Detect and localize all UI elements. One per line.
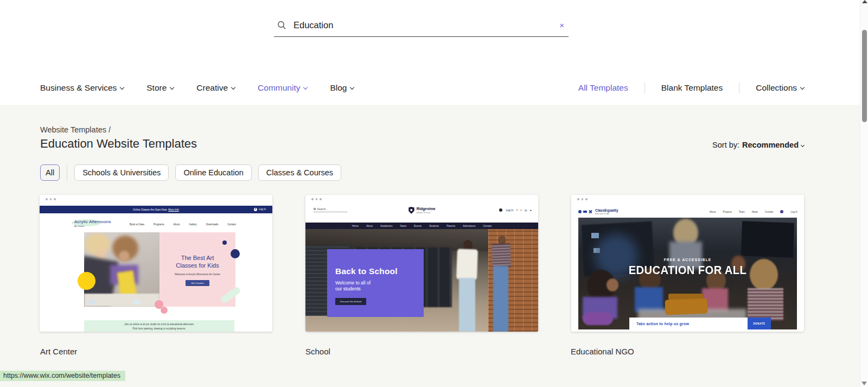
preview-nav: About Projects Team News Contact Log In: [710, 210, 797, 213]
preview-banner: Join us online or at our studio for a fu…: [84, 320, 234, 332]
nav-collections[interactable]: Collections: [756, 83, 804, 93]
nav-business-services[interactable]: Business & Services: [40, 83, 124, 93]
chevron-down-icon: [120, 85, 124, 90]
template-card-art-center[interactable]: Online Classes Are Open Now. More Info L…: [40, 195, 272, 332]
template-name-school[interactable]: School: [305, 347, 330, 356]
chevron-down-icon: [801, 143, 805, 147]
filter-chips: All Schools & Universities Online Educat…: [40, 164, 348, 181]
nav-all-templates[interactable]: All Templates: [578, 83, 628, 93]
hero-subtitle: Welcome to Acrylic Afternoons Art Center: [159, 273, 235, 276]
youtube-icon: ▸: [530, 208, 532, 212]
shield-logo-icon: [409, 207, 414, 214]
templates-page: × Business & Services Store Creative Com…: [0, 0, 868, 387]
breadcrumb[interactable]: Website Templates /: [40, 125, 111, 134]
hero-title: EDUCATION FOR ALL: [587, 263, 788, 277]
nav-blog[interactable]: Blog: [330, 83, 354, 93]
photo-student-shirt: [456, 249, 478, 280]
hero-title: The Best Art Classes for Kids: [159, 254, 235, 269]
preview-logo: Ridgeview Middle School: [409, 207, 436, 214]
hero-subtitle: Welcome to all of our students: [335, 280, 424, 292]
instagram-icon: ◎: [525, 208, 527, 212]
template-card-educational-ngo[interactable]: ClassEquality Education for All About Pr…: [571, 195, 804, 332]
search-icon: [277, 21, 286, 30]
preview-hero: Back to School Welcome to all of our stu…: [305, 229, 538, 332]
chevron-down-icon: [350, 85, 354, 90]
clear-search-icon[interactable]: ×: [559, 21, 564, 29]
template-name-educational-ngo[interactable]: Educational NGO: [571, 347, 634, 356]
chevron-down-icon: [231, 85, 235, 90]
donate-button: DONATE: [748, 318, 771, 329]
search-bar: ×: [274, 14, 569, 37]
search-icon: [314, 208, 316, 210]
logo-x-icon: [589, 210, 592, 214]
photo-student-jeans: [493, 266, 508, 332]
browser-dots-icon: [311, 198, 322, 200]
avatar-icon: [254, 208, 257, 211]
photo-student-jeans: [459, 278, 475, 332]
preview-nav: HomeAbout AcademicsNews EventsStudents P…: [305, 223, 538, 229]
templates-nav: All Templates Blank Templates Collection…: [578, 83, 804, 93]
preview-hero: The Best Art Classes for Kids Welcome to…: [84, 232, 235, 307]
scroll-down-icon[interactable]: [861, 382, 867, 385]
preview-search: Search...: [314, 207, 347, 212]
filter-chip-online-education[interactable]: Online Education: [175, 164, 251, 181]
preview-cta-button: Get Creative: [186, 280, 209, 286]
nav-community[interactable]: Community: [258, 83, 307, 93]
browser-dots-icon: [46, 198, 56, 200]
filter-chip-all[interactable]: All: [40, 164, 60, 181]
preview-login: Log In: [254, 208, 266, 211]
scroll-up-icon[interactable]: [862, 0, 867, 3]
chevron-down-icon: [800, 85, 805, 90]
photo-student-top: [492, 243, 510, 267]
preview-logo: Acrylic Afternoons Art Center: [74, 219, 111, 227]
vertical-scrollbar[interactable]: [860, 0, 868, 387]
nav-creative[interactable]: Creative: [196, 83, 235, 93]
decor-yellow-circle: [78, 272, 95, 290]
facebook-icon: f: [516, 208, 517, 212]
divider: [644, 83, 645, 93]
photo-blob: [119, 251, 130, 262]
photo-blob: [133, 300, 141, 304]
photo-blob: [90, 300, 95, 304]
preview-nav: Book a Class Programs About Gallery Down…: [130, 223, 236, 226]
template-grid: Online Classes Are Open Now. More Info L…: [40, 195, 804, 332]
photo-blob: [84, 294, 159, 307]
main-navigation: Business & Services Store Creative Commu…: [40, 80, 804, 96]
avatar-icon: [780, 210, 783, 213]
template-card-school[interactable]: Search... Ridgeview Middle School Log In…: [305, 195, 538, 332]
hero-panel: Back to School Welcome to all of our stu…: [327, 249, 424, 317]
filter-chip-schools-universities[interactable]: Schools & Universities: [74, 164, 169, 181]
hero-title: Back to School: [335, 267, 424, 276]
decor-navy-dot: [231, 249, 240, 258]
preview-announcement-bar: Online Classes Are Open Now. More Info L…: [40, 206, 272, 213]
search-input[interactable]: [293, 20, 559, 30]
preview-logo: ClassEquality Education for All: [578, 208, 618, 215]
preview-header-right: Log In f t ◎ ▸: [499, 208, 532, 212]
preview-cta-button: Discover the School: [335, 298, 366, 305]
divider: [739, 83, 739, 93]
preview-hero: FREE & ACCESSIBLE EDUCATION FOR ALL Take…: [578, 218, 797, 329]
chevron-down-icon: [303, 85, 308, 90]
decor-pink-blob: [161, 307, 168, 314]
filter-chip-classes-courses[interactable]: Classes & Courses: [258, 164, 341, 181]
nav-store[interactable]: Store: [146, 83, 174, 93]
logo-equals-icon: [583, 210, 587, 213]
hero-kicker: FREE & ACCESSIBLE: [578, 258, 797, 262]
status-bar-url: https://www.wix.com/website/templates: [0, 371, 125, 381]
hero-photo: [84, 232, 159, 307]
avatar-icon: [499, 208, 502, 212]
divider: [67, 164, 67, 181]
twitter-icon: t: [521, 208, 521, 212]
page-title: Education Website Templates: [40, 137, 197, 151]
nav-blank-templates[interactable]: Blank Templates: [661, 83, 723, 93]
browser-dots-icon: [577, 198, 588, 200]
logo-circle-icon: [578, 210, 582, 213]
decor-navy-dot: [222, 240, 227, 245]
chevron-down-icon: [170, 85, 174, 90]
template-name-art-center[interactable]: Art Center: [40, 347, 77, 356]
sort-dropdown[interactable]: Sort by: Recommended: [712, 141, 804, 149]
category-nav: Business & Services Store Creative Commu…: [40, 83, 354, 93]
preview-banner: Take action to help us grow DONATE: [629, 318, 771, 329]
preview-announcement-link: More Info: [168, 208, 178, 211]
scrollbar-thumb[interactable]: [862, 30, 867, 122]
